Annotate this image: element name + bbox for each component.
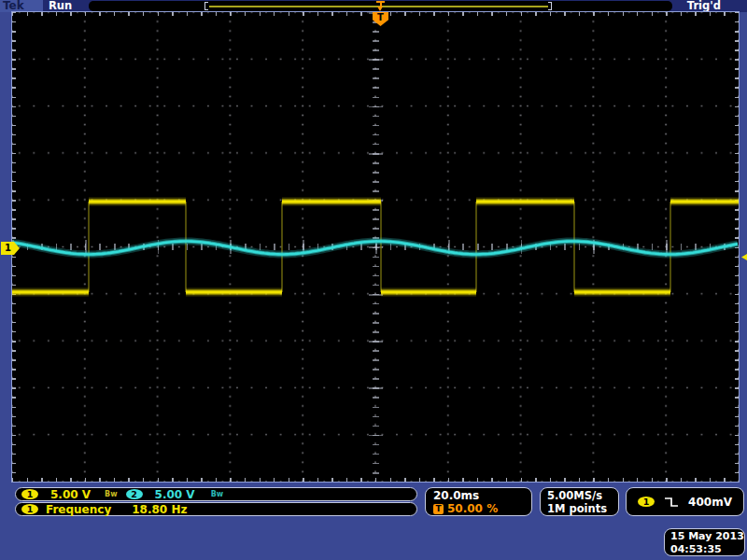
trigger-position-icon [375, 1, 386, 11]
channel2-badge: 2 [126, 489, 143, 499]
record-window-left-bracket [204, 2, 208, 10]
measurement-label: Frequency [46, 503, 111, 516]
falling-edge-icon [664, 497, 679, 508]
trigger-position-percent: 50.00 % [447, 502, 498, 515]
graticule: T [11, 11, 740, 483]
trigger-position-badge: T [433, 504, 444, 514]
date: 15 May 2013 [670, 530, 744, 543]
timebase-readout-box: 20.0ms T 50.00 % [425, 487, 532, 516]
timebase-scale: 20.0ms [433, 489, 531, 502]
datetime-box: 15 May 2013 04:53:35 [664, 528, 745, 556]
sample-rate: 5.00MS/s [547, 489, 618, 502]
trigger-level-arrow [741, 251, 747, 263]
channel1-scale: 5.00 V [50, 488, 91, 501]
channel1-badge: 1 [21, 489, 38, 499]
channel-readout-box: 1 5.00 V Bw 2 5.00 V Bw [15, 487, 417, 501]
trigger-level: 400mV [688, 496, 732, 509]
waveform-traces [12, 12, 739, 482]
record-window-right-bracket [548, 2, 552, 10]
channel2-bandwidth-icon: Bw [211, 490, 224, 498]
measurement-value: 18.80 Hz [132, 503, 187, 516]
channel2-scale: 5.00 V [155, 488, 195, 501]
measurement-readout-box: 1 Frequency 18.80 Hz [15, 502, 417, 516]
trigger-source-badge: 1 [638, 497, 655, 507]
acquisition-readout-box: 5.00MS/s 1M points [540, 487, 619, 516]
record-view-bar [89, 1, 672, 11]
record-length: 1M points [547, 502, 618, 515]
measurement-source-badge: 1 [21, 504, 38, 514]
channel1-bandwidth-icon: Bw [105, 490, 118, 498]
oscilloscope-screen: Tek Run Trig'd T 1 1 5.00 V Bw [0, 0, 747, 560]
time: 04:53:35 [670, 543, 744, 556]
trigger-readout-box: 1 400mV [626, 487, 744, 516]
